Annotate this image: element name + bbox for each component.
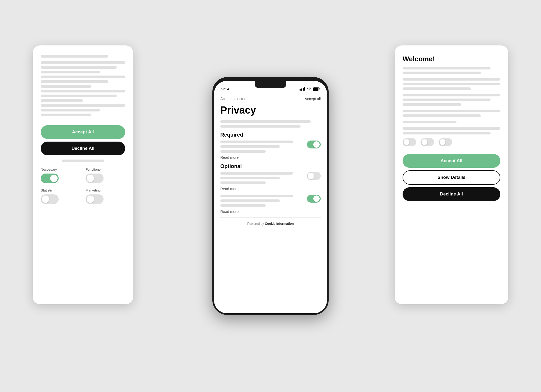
sk-line (220, 177, 280, 179)
optional2-toggle-row (220, 195, 321, 207)
welcome-skeleton5 (403, 121, 500, 123)
phone-screen: 9:14 (214, 81, 327, 313)
sk-line (220, 150, 266, 153)
toggle-functionell: Functionell (86, 167, 125, 183)
intro-line (220, 125, 301, 128)
right-decline-all-button[interactable]: Decline All (403, 187, 500, 201)
skeleton-line (41, 76, 125, 78)
welcome-skeleton4 (403, 110, 500, 117)
cookie-info-brand: Cookie Information (265, 222, 294, 226)
left-card: Accept All Decline All Necessary Functio… (33, 45, 133, 304)
skeleton-line (41, 71, 100, 73)
optional-lines (220, 172, 303, 184)
toggle-marketing-label: Marketing (86, 188, 101, 192)
toggle-functionell-label: Functionell (86, 167, 102, 171)
battery-icon (313, 87, 320, 91)
show-details-button[interactable]: Show Details (403, 170, 500, 185)
skeleton-line (41, 66, 117, 69)
required-toggle-row (220, 141, 321, 153)
optional2-read-more[interactable]: Read more (220, 209, 321, 214)
sk-line (403, 78, 500, 81)
sk-line (220, 145, 280, 148)
sk-line (403, 114, 481, 117)
optional-toggle[interactable] (307, 172, 321, 180)
center-phone: 9:14 (212, 77, 329, 315)
accept-all-button[interactable]: Accept All (41, 125, 125, 139)
sk-line (403, 121, 456, 123)
required-read-more[interactable]: Read more (220, 155, 321, 160)
skeleton-line (41, 55, 108, 58)
required-lines (220, 141, 303, 153)
required-toggle[interactable] (307, 141, 321, 148)
skeleton-line (41, 90, 125, 92)
wifi-icon (307, 87, 311, 90)
toggle-grid: Necessary Functionell Statistic Marketin… (41, 167, 125, 204)
sk-line (403, 110, 500, 112)
right-toggle-2[interactable] (421, 138, 434, 146)
right-toggle-row (403, 138, 500, 146)
toggle-necessary-switch[interactable] (41, 174, 59, 183)
sk-line (220, 141, 293, 143)
sk-line (403, 83, 500, 85)
phone-top-bar: Accept selected Accept all (220, 94, 321, 102)
toggle-statistic-switch[interactable] (41, 194, 59, 204)
scene: Accept All Decline All Necessary Functio… (33, 24, 508, 368)
intro-lines (220, 120, 321, 128)
right-card: Welcome! (395, 45, 508, 304)
right-toggle-1[interactable] (403, 138, 416, 146)
optional-toggle-row (220, 172, 321, 184)
skeleton-line (62, 160, 104, 162)
sk-line (403, 94, 500, 96)
toggle-functionell-switch[interactable] (86, 174, 104, 183)
skeleton-line (41, 109, 100, 111)
phone-notch (255, 81, 286, 88)
toggle-marketing-switch[interactable] (86, 194, 104, 204)
powered-by-text: Powered by (247, 222, 264, 226)
phone-shell: 9:14 (212, 77, 329, 315)
sk-line (403, 99, 491, 101)
signal-icon (300, 87, 305, 91)
sk-line (403, 87, 471, 90)
optional2-lines (220, 195, 303, 207)
skeleton-line (41, 61, 125, 64)
welcome-skeleton (403, 67, 500, 74)
toggle-marketing: Marketing (86, 188, 125, 204)
welcome-skeleton2 (403, 78, 500, 90)
status-time: 9:14 (221, 87, 229, 91)
svg-rect-2 (319, 88, 320, 90)
skeleton-line (41, 95, 117, 97)
optional-read-more[interactable]: Read more (220, 187, 321, 191)
skeleton-line (41, 85, 91, 88)
accept-selected-label[interactable]: Accept selected (220, 97, 246, 101)
skeleton-line (41, 104, 125, 107)
sk-line (403, 132, 491, 134)
skeleton-line (41, 114, 91, 116)
status-icons (300, 87, 320, 91)
sk-line (220, 204, 266, 207)
right-accept-all-button[interactable]: Accept All (403, 154, 500, 168)
accept-all-label[interactable]: Accept all (305, 97, 321, 101)
toggle-necessary: Necessary (41, 167, 80, 183)
decline-all-button[interactable]: Decline All (41, 142, 125, 155)
optional-section-label: Optional (220, 163, 321, 169)
welcome-skeleton6 (403, 127, 500, 134)
optional2-toggle[interactable] (307, 195, 321, 203)
sk-line (220, 172, 293, 175)
sk-line (403, 127, 500, 130)
toggle-necessary-label: Necessary (41, 167, 57, 171)
toggle-statistic: Statistic (41, 188, 80, 204)
phone-content: Accept selected Accept all Privacy Requi… (214, 94, 327, 313)
sk-line (220, 195, 293, 197)
sk-line (403, 67, 491, 69)
welcome-title: Welcome! (403, 55, 500, 63)
right-toggle-3[interactable] (439, 138, 452, 146)
svg-rect-1 (313, 87, 318, 90)
sk-line (403, 103, 461, 106)
privacy-title: Privacy (220, 105, 321, 116)
toggle-statistic-label: Statistic (41, 188, 53, 192)
welcome-skeleton3 (403, 94, 500, 106)
sk-line (403, 72, 481, 74)
skeleton-line (41, 99, 83, 102)
intro-line (220, 120, 311, 123)
sk-line (220, 181, 266, 184)
